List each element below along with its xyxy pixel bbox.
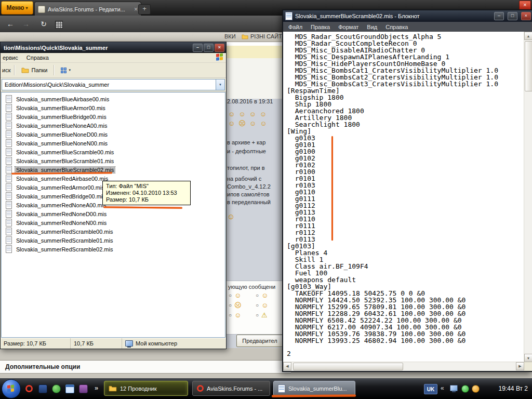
mis-file-icon bbox=[6, 104, 12, 112]
radio-icon[interactable]: ○ bbox=[256, 292, 259, 298]
vertical-scroll-thumb[interactable] bbox=[525, 41, 532, 91]
preview-button[interactable]: Предварител bbox=[236, 335, 283, 347]
browser-tab[interactable]: AviaSkins.Forums - Редакти... × bbox=[34, 2, 141, 16]
language-indicator[interactable]: UK bbox=[424, 384, 437, 394]
notepad-close-button[interactable]: × bbox=[521, 12, 531, 20]
file-row[interactable]: Slovakia_summerBlueArmor00.mis bbox=[2, 103, 225, 112]
smiley-icon[interactable]: ☺ bbox=[260, 120, 267, 127]
scroll-down-button[interactable]: ▼ bbox=[524, 354, 532, 362]
quick-launch-icon[interactable] bbox=[64, 383, 75, 394]
speed-dial-icon[interactable] bbox=[55, 21, 63, 29]
scroll-right-button[interactable]: ▶ bbox=[516, 362, 524, 370]
tab-close-icon[interactable]: × bbox=[134, 6, 138, 12]
radio-icon[interactable]: ○ bbox=[229, 312, 232, 318]
browser-menu-button[interactable]: Меню ▾ bbox=[1, 1, 33, 15]
file-row[interactable]: Slovakia_summerRedScramble01.mis bbox=[2, 236, 225, 245]
bookmark-folder-item[interactable]: РІЗНІ САЙТ bbox=[242, 33, 282, 39]
bookmark-item[interactable]: ВКИ bbox=[224, 33, 236, 39]
explorer-address-combo[interactable]: ▼ bbox=[2, 79, 225, 90]
explorer-minimize-button[interactable]: – bbox=[193, 44, 203, 52]
tray-green-icon[interactable] bbox=[461, 385, 469, 393]
text-line: g0102 bbox=[287, 155, 524, 162]
tray-display-icon[interactable] bbox=[450, 385, 458, 391]
explorer-close-button[interactable]: × bbox=[215, 44, 224, 52]
notepad-minimize-button[interactable]: – bbox=[494, 12, 504, 20]
explorer-maximize-button[interactable]: □ bbox=[204, 44, 214, 52]
mis-file-icon bbox=[6, 245, 12, 253]
new-tab-button[interactable]: + bbox=[138, 4, 151, 15]
quick-launch-icon[interactable] bbox=[51, 383, 61, 394]
smiley-icon[interactable]: ☺ bbox=[260, 111, 267, 117]
notepad-maximize-button[interactable]: □ bbox=[508, 12, 517, 20]
smiley-icon[interactable]: ☺ bbox=[238, 111, 245, 117]
taskbar-button-browser[interactable]: AviaSkins.Forums - ... bbox=[192, 381, 270, 396]
menu-item-help[interactable]: Справка bbox=[26, 55, 49, 61]
back-button[interactable]: ← bbox=[4, 19, 17, 29]
text-line: r0113 bbox=[287, 236, 524, 243]
mis-file-icon bbox=[6, 201, 12, 209]
reload-button[interactable]: ↻ bbox=[37, 19, 50, 29]
file-row[interactable]: Slovakia_summerBlueAirbase00.mis bbox=[2, 95, 225, 103]
text-line: Searchlight 1800 bbox=[287, 121, 524, 128]
horizontal-scrollbar[interactable]: ◀ ▶ bbox=[283, 362, 524, 371]
tray-chevron-icon[interactable]: « bbox=[441, 384, 444, 392]
radio-icon[interactable]: ○ bbox=[256, 312, 259, 318]
tray-orange-icon[interactable] bbox=[472, 385, 480, 393]
taskbar-button-explorer-group[interactable]: 12 Проводник bbox=[104, 381, 188, 396]
toolbar-separator bbox=[14, 65, 15, 75]
quick-launch-chevron-icon[interactable]: » bbox=[95, 384, 98, 392]
scroll-left-button[interactable]: ◀ bbox=[283, 362, 291, 370]
radio-icon[interactable]: ○ bbox=[229, 292, 232, 298]
notepad-menu-item[interactable]: Справка bbox=[382, 23, 411, 31]
radio-icon[interactable]: ○ bbox=[229, 302, 232, 308]
file-row[interactable]: Slovakia_summerBlueNoneN00.mis bbox=[2, 139, 225, 148]
notepad-menu-item[interactable]: Файл bbox=[285, 23, 306, 31]
additional-options-header[interactable]: Дополнительные опции bbox=[0, 360, 291, 374]
frown-icon[interactable]: ☹ bbox=[238, 120, 246, 127]
folders-button[interactable]: Папки bbox=[19, 66, 50, 74]
explorer-menu-bar: ервис Справка bbox=[1, 53, 226, 63]
explorer-title-bar[interactable]: tion\Missions\Quick\Slovakia_summer – □ … bbox=[1, 42, 226, 53]
file-row[interactable]: Slovakia_summerBlueBridge00.mis bbox=[2, 112, 225, 121]
quick-launch-icon[interactable] bbox=[37, 383, 48, 394]
horizontal-scroll-thumb[interactable] bbox=[293, 363, 403, 370]
views-button[interactable]: ▾ bbox=[58, 66, 73, 74]
text-line: NORMFLY 13993.25 46802.94 100.00 300.00 … bbox=[287, 337, 524, 344]
radio-icon[interactable]: ○ bbox=[256, 302, 259, 308]
explorer-status-bar: Размер: 10,7 КБ 10,7 КБ Мой компьютер bbox=[1, 338, 226, 349]
notepad-menu-item[interactable]: Правка bbox=[307, 23, 334, 31]
taskbar-button-notepad[interactable]: Slovakia_summerBlu... bbox=[273, 381, 355, 396]
file-row[interactable]: Slovakia_summerRedNoneD00.mis bbox=[2, 209, 225, 218]
search-button-fragment[interactable]: иск bbox=[2, 67, 10, 73]
start-button[interactable] bbox=[2, 379, 21, 398]
file-name: Slovakia_summerBlueAirbase00.mis bbox=[15, 96, 110, 102]
file-row[interactable]: Slovakia_summerRedScramble02.mis bbox=[2, 245, 225, 254]
notepad-menu-item[interactable]: Формат bbox=[335, 23, 362, 31]
scroll-up-button[interactable]: ▲ bbox=[524, 32, 532, 40]
smiley-icon[interactable]: ☺ bbox=[228, 120, 235, 127]
smiley-icon[interactable]: ☺ bbox=[249, 120, 256, 127]
quick-launch-opera-icon[interactable] bbox=[24, 383, 34, 394]
explorer-address-input[interactable] bbox=[2, 82, 216, 88]
notepad-menu-item[interactable]: Вид bbox=[363, 23, 381, 31]
notepad-title-bar[interactable]: Slovakia_summerBlueScramble02.mis - Блок… bbox=[283, 10, 532, 22]
menu-item-service[interactable]: ервис bbox=[3, 55, 18, 61]
file-row[interactable]: Slovakia_summerBlueScramble01.mis bbox=[2, 156, 225, 165]
file-row[interactable]: Slovakia_summerBlueNoneD00.mis bbox=[2, 130, 225, 139]
smiley-icon[interactable]: ☺ bbox=[228, 111, 235, 117]
notepad-text-area[interactable]: MDS_Radar_ScoutGroundObjects_Alpha 5 MDS… bbox=[283, 32, 532, 371]
windows-logo-icon bbox=[7, 384, 15, 393]
smiley-icon[interactable]: ☺ bbox=[249, 111, 256, 117]
file-name: Slovakia_summerRedArmor00.mis bbox=[15, 184, 105, 191]
vertical-scrollbar[interactable]: ▲ ▼ bbox=[524, 32, 532, 362]
file-row[interactable]: Slovakia_summerBlueScramble00.mis bbox=[2, 148, 225, 156]
file-name: Slovakia_summerBlueBridge00.mis bbox=[15, 114, 108, 120]
forum-text-fragment: в переделанный bbox=[227, 199, 271, 205]
file-row[interactable]: Slovakia_summerRedScramble00.mis bbox=[2, 227, 225, 236]
quick-launch-icon[interactable] bbox=[78, 383, 88, 394]
forum-text-fragment: в архиве + кар bbox=[227, 139, 265, 145]
address-dropdown-button[interactable]: ▼ bbox=[216, 79, 224, 90]
file-row[interactable]: Slovakia_summerRedNoneN00.mis bbox=[2, 218, 225, 227]
forward-button[interactable]: → bbox=[20, 19, 32, 29]
file-row[interactable]: Slovakia_summerBlueNoneA00.mis bbox=[2, 121, 225, 130]
